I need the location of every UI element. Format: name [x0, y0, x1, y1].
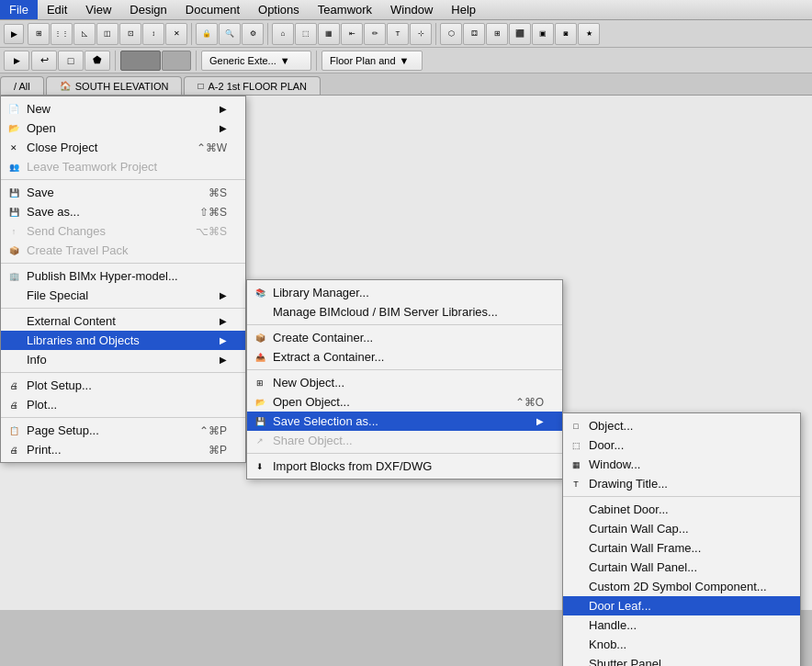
saveas-curtain-cap[interactable]: Curtain Wall Cap...	[563, 519, 800, 538]
saveas-window[interactable]: ▦ Window...	[563, 455, 800, 474]
menu-item-info[interactable]: Info ▶	[1, 350, 245, 369]
tb-arrow2[interactable]: ▶	[4, 51, 29, 71]
tb17[interactable]: ⊹	[410, 23, 432, 45]
saveas-handle[interactable]: Handle...	[563, 615, 800, 635]
menu-item-extract-container[interactable]: 📤 Extract a Container...	[247, 347, 562, 367]
tb7[interactable]: ✕	[165, 23, 187, 45]
menu-item-new[interactable]: 📄 New ▶	[1, 99, 245, 119]
print-icon: 🖨	[6, 443, 21, 457]
tb21[interactable]: ⬛	[509, 23, 531, 45]
menu-item-plot[interactable]: 🖨 Plot...	[1, 395, 245, 414]
menu-item-external-content[interactable]: External Content ▶	[1, 311, 245, 331]
fill-btn1[interactable]	[120, 51, 161, 71]
tb6[interactable]: ↕	[142, 23, 164, 45]
tb19[interactable]: ⚃	[463, 23, 485, 45]
menu-item-publish-bimx[interactable]: 🏢 Publish BIMx Hyper-model...	[1, 266, 245, 286]
bimx-icon: 🏢	[6, 269, 21, 284]
menu-window[interactable]: Window	[381, 0, 442, 19]
menu-item-save-selection[interactable]: 💾 Save Selection as... ▶	[247, 412, 562, 431]
tab-floor-plan[interactable]: □ A-2 1st FLOOR PLAN	[184, 76, 321, 95]
saveas-door-leaf[interactable]: Door Leaf...	[563, 596, 800, 615]
menu-edit[interactable]: Edit	[38, 0, 76, 19]
tb4[interactable]: ◫	[96, 23, 118, 45]
tb16[interactable]: T	[387, 23, 409, 45]
tb18[interactable]: ⬡	[440, 23, 462, 45]
tb20[interactable]: ⊞	[486, 23, 508, 45]
tb14[interactable]: ⇤	[341, 23, 363, 45]
tb3[interactable]: ◺	[73, 23, 96, 45]
save-icon: 💾	[6, 186, 21, 200]
tb5[interactable]: ⊡	[119, 23, 141, 45]
saveas-cabinet-door[interactable]: Cabinet Door...	[563, 500, 800, 519]
tb12[interactable]: ⬚	[295, 23, 317, 45]
menu-item-share-object[interactable]: ↗ Share Object...	[247, 431, 562, 450]
menu-design[interactable]: Design	[120, 0, 175, 19]
menu-item-libraries[interactable]: Libraries and Objects ▶	[1, 331, 245, 350]
sep-4	[1, 372, 245, 373]
libraries-submenu: 📚 Library Manager... Manage BIMcloud / B…	[246, 279, 563, 480]
menu-item-page-setup[interactable]: 📋 Page Setup... ⌃⌘P	[1, 421, 245, 440]
menu-item-create-container[interactable]: 📦 Create Container...	[247, 328, 562, 347]
tab-all[interactable]: / All	[0, 76, 44, 95]
saveas-curtain-frame[interactable]: Curtain Wall Frame...	[563, 538, 800, 558]
menu-item-plot-setup[interactable]: 🖨 Plot Setup...	[1, 376, 245, 395]
tb23[interactable]: ◙	[555, 23, 577, 45]
saveas-knob[interactable]: Knob...	[563, 635, 800, 654]
library-manager-icon: 📚	[253, 286, 267, 300]
menu-teamwork[interactable]: Teamwork	[309, 0, 381, 19]
saveas-door[interactable]: ⬚ Door...	[563, 435, 800, 455]
tb11[interactable]: ⌂	[272, 23, 294, 45]
menu-help[interactable]: Help	[442, 0, 485, 19]
toolbar-btn-arrow[interactable]: ▶	[4, 24, 24, 44]
menu-item-print[interactable]: 🖨 Print... ⌘P	[1, 440, 245, 459]
saveas-sep1	[563, 496, 800, 497]
new-icon: 📄	[6, 102, 21, 117]
menu-document[interactable]: Document	[176, 0, 249, 19]
page-setup-icon: 📋	[6, 423, 21, 438]
saveas-drawing-title[interactable]: T Drawing Title...	[563, 474, 800, 493]
menu-item-save[interactable]: 💾 Save ⌘S	[1, 183, 245, 202]
menu-item-file-special[interactable]: File Special ▶	[1, 286, 245, 305]
door-icon: ⬚	[569, 438, 583, 453]
menu-item-leave-teamwork[interactable]: 👥 Leave Teamwork Project	[1, 157, 245, 176]
menu-item-close-project[interactable]: ✕ Close Project ⌃⌘W	[1, 138, 245, 157]
drawing-title-icon: T	[569, 477, 583, 491]
tb22[interactable]: ▣	[532, 23, 554, 45]
tb9[interactable]: 🔍	[219, 23, 241, 45]
tb10[interactable]: ⚙	[242, 23, 264, 45]
saveas-curtain-panel[interactable]: Curtain Wall Panel...	[563, 558, 800, 577]
menu-view[interactable]: View	[76, 0, 120, 19]
fill-btn2[interactable]	[162, 51, 191, 71]
menu-file[interactable]: File	[0, 0, 38, 19]
tb8[interactable]: 🔒	[196, 23, 218, 45]
send-icon: ↑	[6, 224, 21, 239]
plot-setup-icon: 🖨	[6, 378, 21, 393]
tb2[interactable]: ⋮⋮	[51, 23, 73, 45]
tb1[interactable]: ⊞	[28, 23, 50, 45]
shape-diamond[interactable]: ⬟	[85, 51, 110, 71]
toolbar-group2: 🔒 🔍 ⚙	[196, 23, 264, 45]
tb15[interactable]: ✏	[364, 23, 386, 45]
shape-curved[interactable]: ↩	[31, 51, 57, 71]
tab-south-elevation[interactable]: 🏠 SOUTH ELEVATION	[46, 76, 183, 95]
menu-item-open[interactable]: 📂 Open ▶	[1, 119, 245, 138]
shape-rect[interactable]: □	[58, 51, 84, 71]
menu-item-travel-pack[interactable]: 📦 Create Travel Pack	[1, 241, 245, 260]
menu-item-manage-bimcloud[interactable]: Manage BIMcloud / BIM Server Libraries..…	[247, 302, 562, 322]
dropdown-floorplan[interactable]: Floor Plan and ▼	[321, 51, 423, 71]
saveas-object[interactable]: □ Object...	[563, 416, 800, 435]
menu-item-save-as[interactable]: 💾 Save as... ⇧⌘S	[1, 202, 245, 221]
menu-item-open-object[interactable]: 📂 Open Object... ⌃⌘O	[247, 392, 562, 412]
tb13[interactable]: ▦	[318, 23, 340, 45]
tb24[interactable]: ★	[578, 23, 600, 45]
dropdown-generic[interactable]: Generic Exte... ▼	[201, 51, 311, 71]
sep-3	[1, 308, 245, 309]
saveas-shutter-panel[interactable]: Shutter Panel...	[563, 654, 800, 666]
saveas-custom-2d[interactable]: Custom 2D Symbol Component...	[563, 577, 800, 596]
menu-item-library-manager[interactable]: 📚 Library Manager...	[247, 283, 562, 302]
menu-item-import-blocks[interactable]: ⬇ Import Blocks from DXF/DWG	[247, 457, 562, 476]
travel-icon: 📦	[6, 243, 21, 258]
menu-item-new-object[interactable]: ⊞ New Object...	[247, 373, 562, 392]
menu-item-send-changes[interactable]: ↑ Send Changes ⌥⌘S	[1, 221, 245, 241]
menu-options[interactable]: Options	[249, 0, 309, 19]
